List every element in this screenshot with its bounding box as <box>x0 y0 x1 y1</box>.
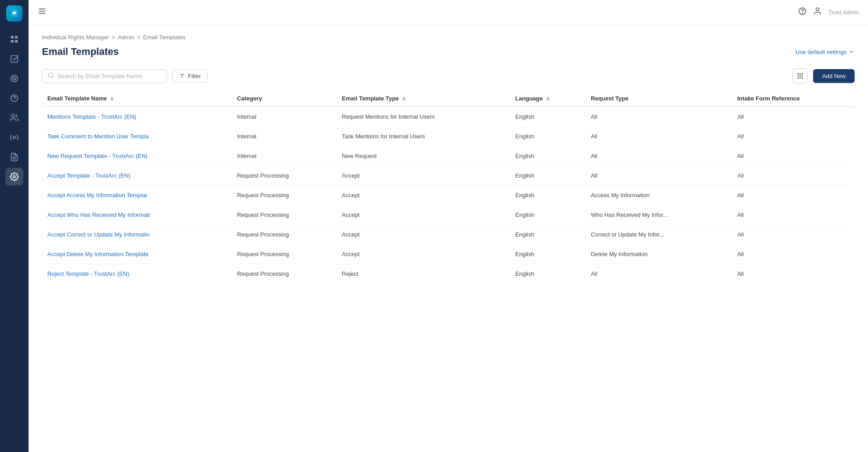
help-icon[interactable] <box>798 7 807 18</box>
cell-intake-form: All <box>732 107 855 127</box>
col-language-label: Language <box>515 95 542 102</box>
template-name-link[interactable]: Accept Template - TrustArc (EN) <box>47 172 130 179</box>
cell-category: Request Processing <box>232 205 337 225</box>
template-name-link[interactable]: New Request Template - TrustArc (EN) <box>47 153 147 159</box>
cell-category: Internal <box>232 146 337 166</box>
cell-type: Accept <box>337 225 510 245</box>
svg-rect-1 <box>11 36 14 39</box>
sidebar-item-dashboard[interactable] <box>5 30 23 48</box>
cell-language: English <box>510 225 585 245</box>
cell-category: Request Processing <box>232 264 337 284</box>
col-language: Language <box>510 91 585 107</box>
template-name-link[interactable]: Mentions Template - TrustArc (EN) <box>47 113 136 120</box>
cell-type: Task Mentions for Internal Users <box>337 127 510 146</box>
cell-category: Request Processing <box>232 245 337 264</box>
cell-name: Task Comment to Mention User Templa <box>42 127 232 146</box>
cell-type: Accept <box>337 245 510 264</box>
cell-request-type: Who Has Received My Infor... <box>585 205 732 225</box>
cell-language: English <box>510 146 585 166</box>
sidebar-item-requests[interactable] <box>5 70 23 87</box>
add-new-button[interactable]: Add New <box>813 69 855 83</box>
hamburger-menu-icon[interactable] <box>38 7 46 18</box>
main-content: Trust Admin Individual Rights Manager > … <box>29 0 868 452</box>
sidebar-item-integrations[interactable] <box>5 129 23 146</box>
grid-view-button[interactable] <box>793 68 808 83</box>
svg-rect-3 <box>11 40 14 43</box>
username-label: Trust Admin <box>828 9 859 16</box>
default-settings-label: Use default settings <box>796 49 847 55</box>
cell-language: English <box>510 245 585 264</box>
svg-rect-26 <box>797 73 799 75</box>
svg-rect-34 <box>802 77 803 79</box>
svg-point-11 <box>13 137 16 139</box>
cell-language: English <box>510 205 585 225</box>
user-profile-icon[interactable] <box>813 7 822 18</box>
col-type: Email Template Type <box>337 91 510 107</box>
col-name-sort-icon[interactable] <box>110 97 114 101</box>
sidebar-item-help[interactable] <box>5 89 23 107</box>
svg-rect-33 <box>800 77 801 79</box>
col-category-label: Category <box>237 95 262 102</box>
app-logo[interactable] <box>6 5 22 21</box>
svg-rect-27 <box>800 73 801 75</box>
template-name-link[interactable]: Task Comment to Mention User Templa <box>47 133 149 140</box>
breadcrumb: Individual Rights Manager > Admin > Emai… <box>42 34 855 41</box>
cell-language: English <box>510 264 585 284</box>
table-row: Mentions Template - TrustArc (EN)Interna… <box>42 107 855 127</box>
template-name-link[interactable]: Reject Template - TrustArc (EN) <box>47 270 129 277</box>
search-box[interactable] <box>42 69 167 83</box>
page-header: Email Templates Use default settings <box>42 46 855 58</box>
col-language-sort-icon[interactable] <box>546 97 550 101</box>
template-name-link[interactable]: Accept Correct or Update My Informatio <box>47 231 150 238</box>
breadcrumb-part1[interactable]: Individual Rights Manager <box>42 34 109 41</box>
filter-button[interactable]: Filter <box>172 70 208 83</box>
breadcrumb-sep1: > <box>112 34 115 41</box>
cell-name: Accept Delete My Information Template <box>42 245 232 264</box>
svg-point-20 <box>816 8 819 11</box>
col-category: Category <box>232 91 337 107</box>
template-name-link[interactable]: Accept Access My Information Templat <box>47 192 147 199</box>
col-request-type: Request Type <box>585 91 732 107</box>
cell-request-type: Access My Information <box>585 186 732 205</box>
svg-point-10 <box>12 115 15 118</box>
cell-type: New Request <box>337 146 510 166</box>
cell-name: Accept Template - TrustArc (EN) <box>42 166 232 186</box>
sidebar-item-reports[interactable] <box>5 148 23 166</box>
svg-rect-30 <box>800 75 801 77</box>
sidebar-item-people[interactable] <box>5 109 23 127</box>
cell-request-type: Correct or Update My Infor... <box>585 225 732 245</box>
col-type-sort-icon[interactable] <box>402 97 406 101</box>
cell-language: English <box>510 127 585 146</box>
svg-line-22 <box>52 76 54 78</box>
svg-rect-29 <box>797 75 799 77</box>
breadcrumb-current: Email Templates <box>143 34 185 41</box>
cell-type: Request Mentions for Internal Users <box>337 107 510 127</box>
sidebar-item-settings[interactable] <box>5 168 23 186</box>
col-type-label: Email Template Type <box>342 95 399 102</box>
cell-category: Request Processing <box>232 186 337 205</box>
table-row: Reject Template - TrustArc (EN)Request P… <box>42 264 855 284</box>
template-name-link[interactable]: Accept Who Has Received My Informati <box>47 211 150 218</box>
breadcrumb-part2[interactable]: Admin <box>118 34 134 41</box>
cell-intake-form: All <box>732 264 855 284</box>
cell-name: Accept Access My Information Templat <box>42 186 232 205</box>
cell-type: Reject <box>337 264 510 284</box>
sidebar <box>0 0 29 452</box>
cell-type: Accept <box>337 205 510 225</box>
svg-point-21 <box>49 73 53 77</box>
search-input[interactable] <box>58 73 161 79</box>
cell-language: English <box>510 186 585 205</box>
cell-intake-form: All <box>732 245 855 264</box>
cell-intake-form: All <box>732 166 855 186</box>
sidebar-item-tasks[interactable] <box>5 50 23 68</box>
default-settings-button[interactable]: Use default settings <box>796 49 855 55</box>
cell-category: Internal <box>232 127 337 146</box>
cell-name: Reject Template - TrustArc (EN) <box>42 264 232 284</box>
cell-name: Mentions Template - TrustArc (EN) <box>42 107 232 127</box>
template-name-link[interactable]: Accept Delete My Information Template <box>47 251 149 257</box>
page-body: Individual Rights Manager > Admin > Emai… <box>29 25 868 452</box>
table-row: Accept Who Has Received My InformatiRequ… <box>42 205 855 225</box>
svg-point-7 <box>13 77 16 80</box>
filter-label: Filter <box>188 73 201 79</box>
topbar: Trust Admin <box>29 0 868 25</box>
